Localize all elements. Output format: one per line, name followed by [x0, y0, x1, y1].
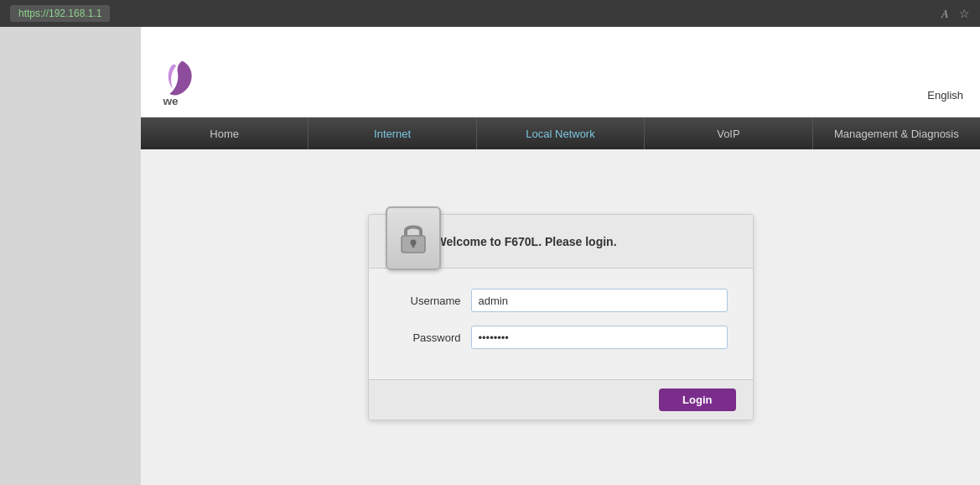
sidebar [0, 27, 141, 485]
header: we English [141, 27, 980, 117]
svg-text:we: we [163, 95, 179, 107]
nav-item-voip[interactable]: VoIP [645, 117, 812, 149]
username-row: Username [394, 289, 728, 312]
main-area: we English Home Internet Local Network V… [141, 27, 980, 485]
logo-area: we [158, 58, 198, 108]
browser-bar: https://192.168.1.1 𝐴 ☆ [0, 0, 980, 27]
favorites-icon[interactable]: ☆ [959, 7, 970, 21]
svg-rect-3 [412, 242, 414, 248]
password-row: Password [394, 326, 728, 349]
nav-item-local-network[interactable]: Local Network [477, 117, 645, 149]
password-label: Password [394, 331, 461, 344]
login-title: Welcome to F670L. Please login. [436, 235, 617, 248]
language-selector[interactable]: English [927, 89, 963, 108]
main-nav: Home Internet Local Network VoIP Managem… [141, 117, 980, 149]
nav-item-home[interactable]: Home [141, 117, 309, 149]
login-card: Welcome to F670L. Please login. Username… [368, 214, 754, 420]
login-button[interactable]: Login [659, 389, 735, 411]
reader-icon[interactable]: 𝐴 [941, 7, 949, 21]
we-logo: we [158, 58, 198, 108]
browser-icons: 𝐴 ☆ [941, 7, 970, 21]
nav-item-management[interactable]: Management & Diagnosis [813, 117, 980, 149]
lock-icon [386, 206, 441, 270]
address-bar[interactable]: https://192.168.1.1 [10, 5, 110, 22]
login-card-body: Username Password [369, 269, 753, 379]
nav-item-internet[interactable]: Internet [309, 117, 476, 149]
username-label: Username [394, 295, 461, 307]
content-area: Welcome to F670L. Please login. Username… [141, 149, 980, 485]
layout: we English Home Internet Local Network V… [0, 27, 980, 485]
login-card-footer: Login [369, 379, 753, 420]
username-input[interactable] [471, 289, 728, 312]
password-input[interactable] [471, 326, 728, 349]
